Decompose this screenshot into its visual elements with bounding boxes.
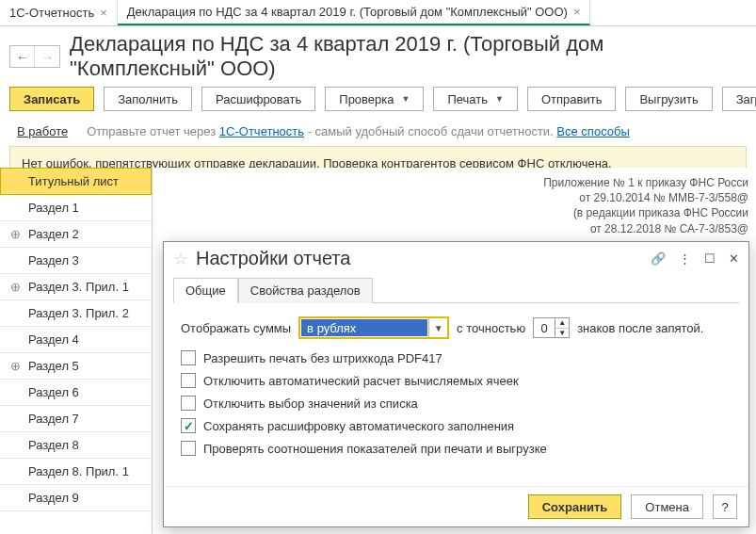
- sidebar: Титульный лист Раздел 1 ⊕Раздел 2 Раздел…: [0, 168, 153, 534]
- sidebar-item-section6[interactable]: Раздел 6: [0, 380, 152, 406]
- expander-icon[interactable]: ⊕: [9, 359, 21, 373]
- sidebar-item-section5[interactable]: ⊕Раздел 5: [0, 353, 152, 380]
- spin-down-icon[interactable]: ▼: [555, 329, 569, 338]
- sidebar-item-label: Раздел 1: [28, 201, 79, 215]
- chevron-down-icon[interactable]: ▼: [428, 318, 447, 337]
- close-icon[interactable]: ×: [573, 5, 581, 19]
- link-all-methods[interactable]: Все способы: [556, 124, 629, 138]
- sidebar-item-label: Раздел 2: [28, 227, 79, 241]
- dialog-save-button[interactable]: Сохранить: [528, 494, 622, 519]
- help-button[interactable]: ?: [713, 494, 737, 519]
- checkbox-keepdec[interactable]: [181, 418, 196, 433]
- checkbox-label: Проверять соотношения показателей при пе…: [203, 442, 547, 456]
- expander-icon[interactable]: ⊕: [9, 227, 21, 241]
- fill-button[interactable]: Заполнить: [104, 87, 192, 111]
- tab-label: Декларация по НДС за 4 квартал 2019 г. (…: [127, 5, 568, 19]
- chevron-down-icon: ▼: [402, 94, 410, 104]
- nav-forward-button[interactable]: →: [35, 46, 59, 67]
- send-button[interactable]: Отправить: [527, 87, 616, 111]
- upload-button[interactable]: Выгрузить: [625, 87, 712, 111]
- display-amounts-row: Отображать суммы в рублях ▼ с точностью …: [181, 316, 732, 339]
- check-button[interactable]: Проверка▼: [325, 87, 424, 111]
- sidebar-item-label: Раздел 5: [28, 359, 79, 373]
- checkbox-label: Разрешить печать без штрихкода PDF417: [203, 351, 442, 365]
- download-button[interactable]: Загрузить▼: [722, 87, 756, 111]
- status-hint: Отправьте отчет через 1С-Отчетность - са…: [87, 124, 630, 138]
- checkbox-label: Отключить автоматический расчет вычисляе…: [203, 374, 519, 388]
- dialog-tabs: Общие Свойства разделов: [173, 277, 739, 303]
- sidebar-item-section4[interactable]: Раздел 4: [0, 327, 152, 353]
- status-label[interactable]: В работе: [17, 124, 68, 138]
- sidebar-item-section9[interactable]: Раздел 9: [0, 485, 152, 511]
- favorite-star-icon[interactable]: ☆: [173, 249, 188, 269]
- checkbox-barcode[interactable]: [181, 350, 196, 365]
- link-1c-reporting[interactable]: 1С-Отчетность: [219, 124, 304, 138]
- tab-general[interactable]: Общие: [173, 278, 238, 303]
- display-amounts-label: Отображать суммы: [181, 321, 291, 335]
- download-label: Загрузить: [736, 92, 756, 106]
- sidebar-item-section8[interactable]: Раздел 8: [0, 432, 152, 459]
- upload-label: Выгрузить: [639, 92, 698, 106]
- sidebar-item-section7[interactable]: Раздел 7: [0, 406, 152, 432]
- checkbox-checkrel[interactable]: [181, 441, 196, 456]
- cb-listsel-row: Отключить выбор значений из списка: [181, 396, 732, 411]
- checkbox-label: Отключить выбор значений из списка: [203, 396, 418, 411]
- tab-reporting[interactable]: 1С-Отчетность ×: [0, 0, 118, 25]
- decode-label: Расшифровать: [216, 92, 301, 106]
- page-title: Декларация по НДС за 4 квартал 2019 г. (…: [70, 32, 747, 81]
- combo-value: в рублях: [301, 319, 427, 336]
- cb-keepdec-row: Сохранять расшифровку автоматического за…: [181, 418, 732, 433]
- sidebar-item-label: Раздел 3: [28, 253, 79, 267]
- fill-label: Заполнить: [118, 92, 178, 106]
- sidebar-item-section3-app2[interactable]: Раздел 3. Прил. 2: [0, 300, 152, 327]
- dialog-body: Отображать суммы в рублях ▼ с точностью …: [164, 303, 748, 486]
- status-row: В работе Отправьте отчет через 1С-Отчетн…: [0, 121, 756, 146]
- print-label: Печать: [447, 92, 488, 106]
- precision-spinner: ▲ ▼: [555, 317, 570, 338]
- close-icon[interactable]: ✕: [729, 251, 739, 266]
- maximize-icon[interactable]: ☐: [704, 251, 716, 266]
- dialog-titlebar: ☆ Настройки отчета 🔗 ⋮ ☐ ✕: [164, 242, 748, 273]
- precision-suffix: знаков после запятой.: [577, 321, 703, 335]
- print-button[interactable]: Печать▼: [433, 87, 518, 111]
- chevron-down-icon: ▼: [495, 94, 504, 104]
- link-icon[interactable]: 🔗: [651, 251, 666, 266]
- sidebar-item-label: Раздел 8: [28, 438, 79, 452]
- precision-input[interactable]: 0: [533, 317, 555, 338]
- tab-label: 1С-Отчетность: [9, 6, 94, 20]
- dialog-title: Настройки отчета: [196, 248, 643, 269]
- checkbox-listsel[interactable]: [181, 396, 196, 411]
- sidebar-item-section3[interactable]: Раздел 3: [0, 248, 152, 274]
- more-icon[interactable]: ⋮: [679, 251, 691, 266]
- toolbar: Записать Заполнить Расшифровать Проверка…: [0, 81, 756, 121]
- nav-back-button[interactable]: ←: [10, 46, 35, 67]
- sidebar-item-label: Раздел 3. Прил. 2: [28, 306, 129, 320]
- sidebar-item-section8-app1[interactable]: Раздел 8. Прил. 1: [0, 459, 152, 485]
- display-amounts-combo[interactable]: в рублях ▼: [298, 316, 449, 339]
- sidebar-item-section1[interactable]: Раздел 1: [0, 195, 152, 221]
- sidebar-item-section2[interactable]: ⊕Раздел 2: [0, 221, 152, 248]
- sidebar-item-label: Раздел 6: [28, 385, 79, 399]
- send-label: Отправить: [541, 92, 602, 106]
- dialog-controls: 🔗 ⋮ ☐ ✕: [651, 251, 739, 266]
- sidebar-item-section3-app1[interactable]: ⊕Раздел 3. Прил. 1: [0, 274, 152, 300]
- cb-barcode-row: Разрешить печать без штрихкода PDF417: [181, 350, 732, 365]
- save-button[interactable]: Записать: [9, 87, 94, 111]
- dialog-cancel-button[interactable]: Отмена: [631, 494, 703, 519]
- checkbox-label: Сохранять расшифровку автоматического за…: [203, 419, 514, 433]
- tab-sections[interactable]: Свойства разделов: [238, 278, 373, 303]
- cb-autocalc-row: Отключить автоматический расчет вычисляе…: [181, 373, 732, 388]
- sidebar-item-label: Титульный лист: [28, 174, 119, 188]
- expander-icon[interactable]: ⊕: [9, 280, 21, 294]
- header-bar: ← → Декларация по НДС за 4 квартал 2019 …: [0, 26, 756, 81]
- check-label: Проверка: [339, 92, 394, 106]
- app-tabs: 1С-Отчетность × Декларация по НДС за 4 к…: [0, 0, 756, 26]
- tab-declaration[interactable]: Декларация по НДС за 4 квартал 2019 г. (…: [118, 0, 591, 25]
- decode-button[interactable]: Расшифровать: [201, 87, 315, 111]
- nav-buttons: ← →: [9, 45, 60, 68]
- spin-up-icon[interactable]: ▲: [555, 318, 569, 329]
- checkbox-autocalc[interactable]: [181, 373, 196, 388]
- sidebar-item-label: Раздел 8. Прил. 1: [28, 464, 129, 478]
- close-icon[interactable]: ×: [100, 6, 107, 20]
- sidebar-item-title-page[interactable]: Титульный лист: [0, 168, 152, 195]
